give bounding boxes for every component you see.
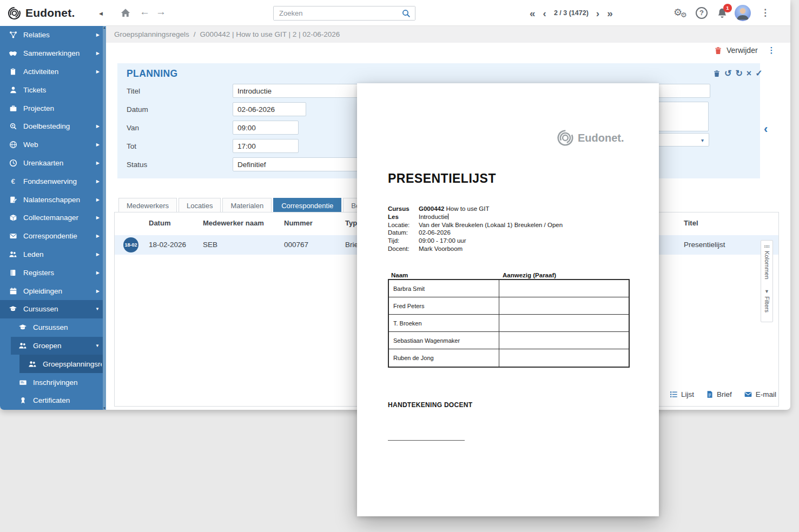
next-record-icon[interactable]: › <box>596 8 599 18</box>
record-more-menu-icon[interactable]: ⋮ <box>768 45 776 55</box>
lijst-button[interactable]: Lijst <box>670 390 694 398</box>
network-icon <box>9 31 17 39</box>
sidebar-item-registers[interactable]: Registers▶ <box>0 263 106 282</box>
van-field[interactable] <box>233 121 299 135</box>
chevron-right-icon: ▶ <box>96 270 100 275</box>
help-icon[interactable]: ? <box>696 7 708 19</box>
notifications-bell[interactable]: 1 <box>716 6 730 21</box>
panel-title: PLANNING <box>127 68 178 79</box>
document-info-block: CursusG000442 How to use GIT LesIntroduc… <box>388 205 563 253</box>
panel-collapse-chevron-icon[interactable]: ‹ <box>764 122 768 136</box>
document-pen-icon <box>9 195 17 204</box>
email-button[interactable]: E-mail <box>744 390 776 398</box>
first-record-icon[interactable]: « <box>530 8 536 18</box>
home-icon[interactable] <box>121 8 130 18</box>
sidebar-item-relaties[interactable]: Relaties▶ <box>0 26 106 44</box>
brand-name: Eudonet. <box>25 6 75 19</box>
clipboard-icon <box>9 67 17 76</box>
sidebar-item-cursussen[interactable]: Cursussen▼ <box>0 300 106 318</box>
attendance-table: Barbra Smit Fred Peters T. Broeken Sebas… <box>388 279 630 368</box>
book-icon <box>9 268 17 277</box>
sidebar-item-activiteiten[interactable]: Activiteiten▶ <box>0 63 106 81</box>
list-icon <box>670 390 678 398</box>
sidebar-item-doelbesteding[interactable]: Doelbesteding▶ <box>0 117 106 136</box>
sidebar-item-samenwerkingen[interactable]: Samenwerkingen▶ <box>0 44 106 63</box>
kolommen-toggle[interactable]: ⣿Kolommen <box>764 245 770 279</box>
sidebar-item-urenkaarten[interactable]: Urenkaarten▶ <box>0 154 106 172</box>
trash-icon[interactable] <box>713 70 721 77</box>
brief-button[interactable]: Brief <box>706 390 732 398</box>
text-cursor <box>448 214 448 220</box>
scroll-down-icon[interactable]: ▼ <box>103 407 106 410</box>
user-avatar[interactable] <box>735 5 751 21</box>
col-header-nummer[interactable]: Nummer <box>284 219 313 227</box>
breadcrumb-record: G000442 | How to use GIT | 2 | 02-06-202… <box>200 30 340 38</box>
attendance-col-aanwezig: Aanwezig (Paraaf) <box>503 272 556 278</box>
field-label-datum: Datum <box>127 105 233 114</box>
sidebar-item-nalatenschappen[interactable]: Nalatenschappen▶ <box>0 190 106 209</box>
sidebar-item-leden[interactable]: Leden▶ <box>0 245 106 264</box>
last-record-icon[interactable]: » <box>607 8 613 18</box>
global-search <box>273 6 415 21</box>
sidebar-subitem-groepsplanningsregels[interactable]: Groepsplanningsrege <box>0 355 106 373</box>
col-header-titel[interactable]: Titel <box>684 219 698 227</box>
settings-gears-icon[interactable]: ⚙⚙ <box>673 6 690 21</box>
attendance-row: Fred Peters <box>389 297 629 315</box>
chevron-right-icon: ▶ <box>96 289 100 294</box>
info-cursus-code: G000442 <box>419 205 444 212</box>
forward-arrow-icon[interactable]: → <box>156 6 166 18</box>
filters-toggle[interactable]: ▼Filters <box>764 289 770 312</box>
chevron-right-icon: ▶ <box>96 124 100 129</box>
cancel-icon[interactable]: × <box>747 69 751 78</box>
tab-materialen[interactable]: Materialen <box>222 198 272 212</box>
info-label-locatie: Locatie: <box>388 221 419 229</box>
back-arrow-icon[interactable]: ← <box>140 6 150 18</box>
clock-icon <box>9 158 17 167</box>
graduation-cap-icon <box>9 305 17 314</box>
info-label-datum: Datum: <box>388 229 419 237</box>
sidebar-item-fondsenwerving[interactable]: €Fondsenwerving▶ <box>0 172 106 190</box>
sidebar-item-correspondentie[interactable]: Correspondentie▶ <box>0 227 106 245</box>
topbar: ← → « ‹ 2 / 3 (1472) › » ⚙⚙ ? 1 ⋮ <box>106 0 790 26</box>
search-icon[interactable] <box>402 9 411 18</box>
sidebar-subitem-certificaten[interactable]: Certificaten <box>0 391 106 410</box>
sidebar-item-tickets[interactable]: Tickets <box>0 81 106 99</box>
delete-button[interactable]: Verwijder <box>727 46 758 55</box>
cell-datum: 18-02-2026 <box>149 241 186 249</box>
field-label-titel: Titel <box>127 87 233 95</box>
col-header-medewerker[interactable]: Medewerker naam <box>203 219 264 227</box>
undo-icon[interactable]: ↺ <box>724 69 731 78</box>
sidebar-item-opleidingen[interactable]: Opleidingen▶ <box>0 282 106 300</box>
sidebar-subitem-cursussen[interactable]: Cursussen <box>0 318 106 337</box>
topbar-more-menu-icon[interactable]: ⋮ <box>761 7 770 18</box>
sidebar-item-collectemanager[interactable]: Collectemanager▶ <box>0 209 106 227</box>
tot-field[interactable] <box>233 139 299 153</box>
col-header-datum[interactable]: Datum <box>149 219 170 227</box>
sidebar-collapse-icon[interactable]: ◀ <box>99 11 103 16</box>
grid-icon: ⣿ <box>764 245 770 249</box>
info-datum-value: 02-06-2026 <box>419 229 451 237</box>
trash-icon <box>714 46 722 55</box>
redo-icon[interactable]: ↻ <box>735 69 742 78</box>
brand-logo[interactable]: Eudonet. ◀ <box>0 0 106 26</box>
confirm-icon[interactable]: ✓ <box>755 69 762 78</box>
person-icon <box>9 85 17 94</box>
document-title: PRESENTIELIJST <box>388 171 496 186</box>
signature-label: HANDTEKENING DOCENT <box>388 401 472 409</box>
chevron-right-icon: ▶ <box>96 234 100 238</box>
search-input[interactable] <box>274 6 415 20</box>
previous-record-icon[interactable]: ‹ <box>543 8 546 18</box>
sidebar-subitem-groepen[interactable]: Groepen▼ <box>0 337 106 355</box>
sidebar-item-web[interactable]: Web▶ <box>0 136 106 154</box>
sidebar: Eudonet. ◀ Relaties▶ Samenwerkingen▶ Act… <box>0 0 106 410</box>
sidebar-subitem-inschrijvingen[interactable]: Inschrijvingen <box>0 373 106 391</box>
tab-medewerkers[interactable]: Medewerkers <box>118 198 177 212</box>
chevron-right-icon: ▶ <box>96 51 100 56</box>
briefcase-icon <box>9 104 17 112</box>
breadcrumb-section[interactable]: Groepsplanningsregels <box>114 30 189 38</box>
sidebar-scrollbar[interactable]: ▲▼ <box>103 26 106 410</box>
tab-locaties[interactable]: Locaties <box>179 198 221 212</box>
sidebar-item-projecten[interactable]: Projecten <box>0 99 106 117</box>
tab-correspondentie[interactable]: Correspondentie <box>273 198 341 212</box>
datum-field[interactable] <box>233 102 306 116</box>
